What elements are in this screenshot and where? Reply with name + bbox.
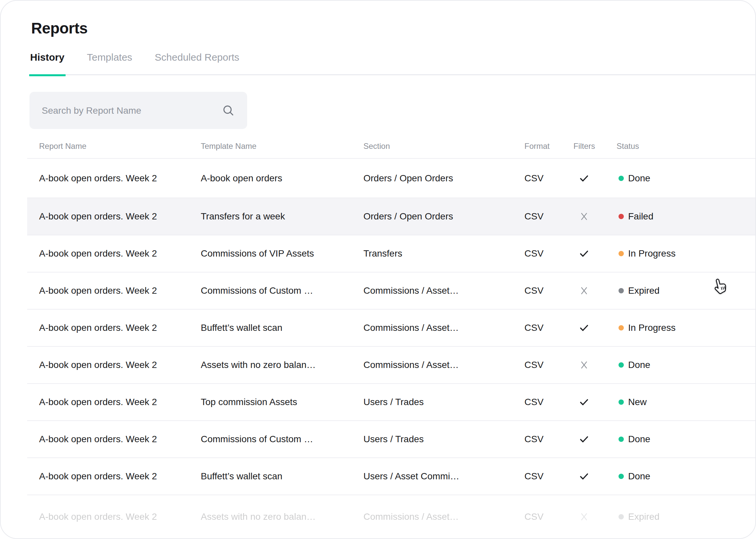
template-name-cell: Commissions of VIP Assets [201,235,314,272]
search-box [30,92,247,129]
table-row[interactable]: A-book open orders. Week 2 Buffett’s wal… [27,458,755,495]
status-label: In Progress [628,248,675,259]
status-dot [619,436,624,442]
status-label: Done [628,434,650,444]
check-icon [579,248,589,259]
status-dot [619,514,624,519]
check-icon [579,173,589,184]
template-name-cell: Buffett’s wallet scan [201,458,282,495]
table-row[interactable]: A-book open orders. Week 2 Commissions o… [27,235,755,272]
filters-cell [574,310,595,346]
format-cell: CSV [524,495,544,538]
report-name-cell: A-book open orders. Week 2 [39,495,157,538]
template-name-cell: Top commission Assets [201,384,297,420]
reports-card: Reports HistoryTemplatesScheduled Report… [0,0,756,539]
report-name-cell: A-book open orders. Week 2 [39,272,157,309]
table-row[interactable]: A-book open orders. Week 2 Assets with n… [27,495,755,538]
x-icon [579,211,589,221]
status-cell: Done [617,421,650,457]
table-row[interactable]: A-book open orders. Week 2 Commissions o… [27,421,755,458]
section-cell: Commissions / Asset… [364,310,459,346]
status-dot [619,474,624,479]
template-name-cell: Commissions of Custom … [201,272,313,309]
filters-cell [574,495,595,538]
section-cell: Users / Trades [364,384,424,420]
section-cell: Commissions / Asset… [364,272,459,309]
filters-cell [574,159,595,197]
status-cell: New [617,384,647,420]
status-cell: Failed [617,198,653,235]
report-name-cell: A-book open orders. Week 2 [39,310,157,346]
section-cell: Users / Asset Commi… [364,458,459,495]
report-name-cell: A-book open orders. Week 2 [39,421,157,457]
filters-cell [574,235,595,272]
column-header-filters: Filters [574,134,595,158]
table-row[interactable]: A-book open orders. Week 2 Top commissio… [27,384,755,421]
format-cell: CSV [524,235,544,272]
status-cell: Done [617,159,650,197]
status-dot [619,362,624,368]
section-cell: Orders / Open Orders [364,198,453,235]
check-icon [579,323,589,333]
table-row[interactable]: A-book open orders. Week 2 Assets with n… [27,347,755,384]
filters-cell [574,272,595,309]
column-header-format: Format [524,134,550,158]
filters-cell [574,384,595,420]
table-row[interactable]: A-book open orders. Week 2 Transfers for… [27,198,755,235]
search-input[interactable] [41,92,208,130]
format-cell: CSV [524,310,544,346]
tab-scheduled-reports[interactable]: Scheduled Reports [155,52,239,74]
format-cell: CSV [524,272,544,309]
status-cell: Done [617,347,650,383]
x-icon [579,360,589,370]
status-label: Expired [628,285,659,296]
format-cell: CSV [524,421,544,457]
template-name-cell: Commissions of Custom … [201,421,313,457]
section-cell: Orders / Open Orders [364,159,453,197]
column-header-report-name: Report Name [39,134,87,158]
table-row[interactable]: A-book open orders. Week 2 A-book open o… [27,159,755,198]
report-name-cell: A-book open orders. Week 2 [39,235,157,272]
status-cell: Expired [617,495,659,538]
check-icon [579,397,589,407]
section-cell: Commissions / Asset… [364,495,459,538]
format-cell: CSV [524,198,544,235]
template-name-cell: Assets with no zero balan… [201,347,316,383]
table-row[interactable]: A-book open orders. Week 2 Commissions o… [27,272,755,310]
status-dot [619,400,624,405]
status-dot [619,176,624,181]
column-header-template-name: Template Name [201,134,256,158]
status-label: Done [628,471,650,482]
table-row[interactable]: A-book open orders. Week 2 Buffett’s wal… [27,310,755,347]
template-name-cell: A-book open orders [201,159,282,197]
check-icon [579,434,589,444]
x-icon [579,286,589,296]
format-cell: CSV [524,159,544,197]
table-body: A-book open orders. Week 2 A-book open o… [1,159,755,538]
status-label: Failed [628,211,653,222]
tab-templates[interactable]: Templates [87,52,132,74]
status-dot [619,251,624,256]
column-header-status: Status [617,134,639,158]
status-label: Expired [628,511,659,522]
check-icon [579,471,589,482]
status-cell: Expired [617,272,659,309]
report-name-cell: A-book open orders. Week 2 [39,458,157,495]
tab-bar: HistoryTemplatesScheduled Reports [30,52,755,75]
tab-history[interactable]: History [30,52,64,74]
status-label: Done [628,360,650,370]
status-cell: In Progress [617,235,675,272]
report-name-cell: A-book open orders. Week 2 [39,384,157,420]
section-cell: Transfers [364,235,402,272]
filters-cell [574,198,595,235]
template-name-cell: Assets with no zero balan… [201,495,316,538]
format-cell: CSV [524,347,544,383]
status-cell: Done [617,458,650,495]
search-icon[interactable] [222,104,235,117]
template-name-cell: Buffett’s wallet scan [201,310,282,346]
column-header-section: Section [364,134,390,158]
report-name-cell: A-book open orders. Week 2 [39,347,157,383]
page-title: Reports [31,20,88,37]
status-cell: In Progress [617,310,675,346]
status-label: New [628,397,647,407]
